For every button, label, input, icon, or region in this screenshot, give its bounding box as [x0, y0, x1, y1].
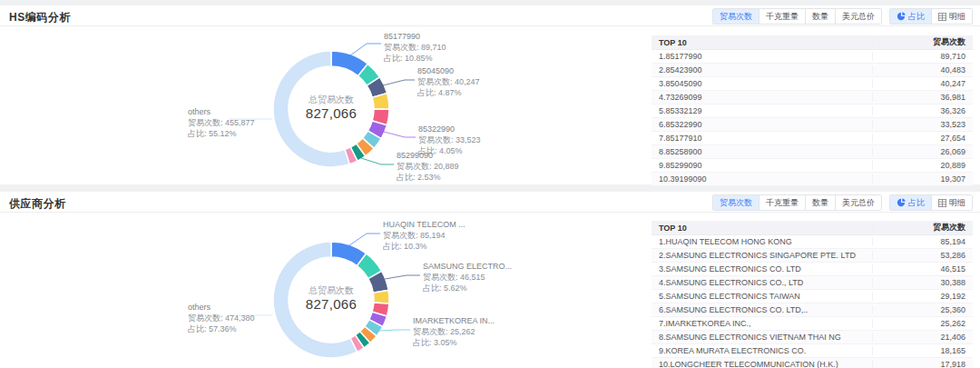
- metric-button-1[interactable]: 贸易次数: [713, 9, 759, 24]
- label-leader-line: [384, 132, 416, 137]
- ratio-view-button[interactable]: 占比: [890, 9, 931, 24]
- label-leader-line: [385, 275, 420, 279]
- table-row: 5.SAMSUNG ELECTRONICS TAIWAN29,192: [652, 290, 973, 303]
- donut-callout: HUAQIN TELECOM ... 贸易次数: 85,194 占比: 10.3…: [383, 219, 466, 252]
- metric-toggle-group: 贸易次数千克重量数量美元总价: [712, 194, 882, 211]
- metric-button-4[interactable]: 美元总价: [835, 9, 881, 24]
- metric-button-3[interactable]: 数量: [805, 195, 835, 210]
- table-row: 1.HUAQIN TELECOM HONG KONG85,194: [652, 235, 973, 249]
- table-row: 9.KOREA MURATA ELECTRONICS CO.18,165: [652, 344, 973, 358]
- table-cell-label: TOP 10: [652, 224, 873, 233]
- table-cell-label: 5.85332129: [652, 106, 873, 115]
- detail-view-button[interactable]: 明细: [931, 195, 972, 210]
- table-cell-value: 贸易次数: [873, 36, 973, 48]
- table-cell-label: 1.85177990: [652, 52, 873, 61]
- donut-center-title: 总贸易次数: [277, 94, 386, 105]
- ratio-view-label: 占比: [908, 196, 925, 209]
- table-cell-value: 21,406: [873, 333, 973, 342]
- donut-chart-suppliers[interactable]: [0, 192, 644, 368]
- label-leader-line: [383, 80, 415, 85]
- panel-hs-code-analysis: HS编码分析 贸易次数千克重量数量美元总价 占比 明细 总: [0, 5, 980, 184]
- table-cell-label: 8.SAMSUNG ELECTRONICS VIETNAM THAI NG: [652, 333, 873, 342]
- toolbar: 贸易次数千克重量数量美元总价 占比 明细: [712, 8, 973, 25]
- table-cell-label: 5.SAMSUNG ELECTRONICS TAIWAN: [652, 292, 873, 301]
- table-header: TOP 10贸易次数: [652, 221, 973, 235]
- ratio-view-button[interactable]: 占比: [890, 195, 931, 210]
- donut-center-value: 827,066: [277, 105, 386, 122]
- table-row: 8.8525890026,069: [652, 145, 973, 159]
- pie-chart-icon: [897, 12, 906, 21]
- detail-view-label: 明细: [949, 196, 965, 209]
- table-cell-value: 29,192: [873, 292, 973, 301]
- table-row: 3.SAMSUNG ELECTRONICS CO. LTD46,515: [652, 263, 973, 276]
- panel-supplier-analysis: 供应商分析 贸易次数千克重量数量美元总价 占比 明细 总贸: [0, 192, 980, 368]
- metric-button-4[interactable]: 美元总价: [835, 195, 881, 210]
- metric-button-2[interactable]: 千克重量: [759, 195, 805, 210]
- table-cell-value: 30,388: [873, 278, 973, 287]
- panel-title: 供应商分析: [9, 196, 66, 212]
- table-cell-value: 33,523: [873, 120, 973, 129]
- table-cell-value: 19,307: [873, 174, 973, 184]
- table-row: 10.LONGCHEER TELECOMMUNICATION (H.K.)17,…: [652, 358, 973, 368]
- panel-header: HS编码分析 贸易次数千克重量数量美元总价 占比 明细: [0, 5, 980, 26]
- table-cell-value: 53,286: [873, 251, 973, 260]
- table-cell-label: 6.85322990: [652, 120, 873, 129]
- label-leader-line: [379, 330, 410, 331]
- view-toggle-group: 占比 明细: [889, 8, 973, 25]
- table-cell-label: 4.SAMSUNG ELECTRONICS CO., LTD: [652, 278, 873, 287]
- table-cell-value: 25,360: [873, 305, 973, 314]
- detail-view-label: 明细: [949, 10, 965, 23]
- table-cell-label: 6.SAMSUNG ELECTRONICS CO. LTD,..: [652, 305, 873, 314]
- table-cell-label: 7.IMARKETKOREA INC.,: [652, 319, 873, 328]
- detail-view-button[interactable]: 明细: [931, 9, 972, 24]
- table-cell-label: 4.73269099: [652, 93, 873, 102]
- donut-callout: SAMSUNG ELECTRO... 贸易次数: 46,515 占比: 5.62…: [423, 261, 512, 293]
- donut-callout-others: others 贸易次数: 474,380 占比: 57.36%: [188, 302, 255, 334]
- table-cell-value: 89,710: [873, 52, 973, 61]
- donut-callout: IMARKETKOREA IN... 贸易次数: 25,262 占比: 3.05…: [413, 315, 495, 348]
- metric-button-1[interactable]: 贸易次数: [713, 195, 759, 210]
- table-row: 8.SAMSUNG ELECTRONICS VIETNAM THAI NG21,…: [652, 331, 973, 344]
- table-cell-label: 2.85423900: [652, 65, 873, 75]
- view-toggle-group: 占比 明细: [889, 194, 973, 211]
- table-row: 2.8542390040,483: [652, 64, 973, 77]
- table-row: 6.8532299033,523: [652, 118, 973, 132]
- label-leader-line: [361, 158, 394, 164]
- table-cell-value: 18,165: [873, 346, 973, 355]
- toolbar: 贸易次数千克重量数量美元总价 占比 明细: [712, 194, 973, 211]
- table-cell-value: 20,889: [873, 161, 973, 170]
- donut-center-label: 总贸易次数 827,066: [277, 94, 386, 122]
- table-cell-label: 9.85299090: [652, 161, 873, 170]
- table-row: 7.IMARKETKOREA INC.,25,262: [652, 317, 973, 331]
- label-leader-line: [350, 44, 381, 55]
- ratio-view-label: 占比: [908, 10, 925, 23]
- table-cell-value: 40,483: [873, 65, 973, 75]
- table-row: 6.SAMSUNG ELECTRONICS CO. LTD,..25,360: [652, 303, 973, 317]
- table-header: TOP 10贸易次数: [652, 35, 973, 50]
- top10-table-suppliers: TOP 10贸易次数1.HUAQIN TELECOM HONG KONG85,1…: [652, 221, 973, 368]
- table-cell-value: 40,247: [873, 79, 973, 88]
- donut-callout: 85045090 贸易次数: 40,247 占比: 4.87%: [417, 65, 480, 98]
- table-cell-value: 36,326: [873, 106, 973, 115]
- metric-button-3[interactable]: 数量: [805, 9, 835, 24]
- table-cell-label: 1.HUAQIN TELECOM HONG KONG: [652, 237, 873, 246]
- table-row: 10.3919909019,307: [652, 173, 973, 186]
- table-cell-label: 7.85177910: [652, 134, 873, 143]
- metric-toggle-group: 贸易次数千克重量数量美元总价: [712, 8, 882, 25]
- table-cell-value: 17,918: [873, 360, 973, 368]
- label-leader-line: [349, 234, 380, 245]
- table-row: 7.8517791027,654: [652, 132, 973, 145]
- donut-center-value: 827,066: [277, 296, 386, 313]
- table-cell-label: 9.KOREA MURATA ELECTRONICS CO.: [652, 346, 873, 355]
- table-row: 1.8517799089,710: [652, 50, 973, 64]
- metric-button-2[interactable]: 千克重量: [759, 9, 805, 24]
- table-row: 4.SAMSUNG ELECTRONICS CO., LTD30,388: [652, 276, 973, 290]
- table-row: 9.8529909020,889: [652, 159, 973, 173]
- donut-center-title: 总贸易次数: [277, 284, 386, 296]
- table-cell-value: 26,069: [873, 147, 973, 156]
- table-cell-label: 10.39199090: [652, 174, 873, 184]
- pie-chart-icon: [897, 198, 906, 207]
- table-cell-value: 46,515: [873, 264, 973, 274]
- donut-callout: 85299090 贸易次数: 20,889 占比: 2.53%: [397, 150, 459, 183]
- panel-header: 供应商分析 贸易次数千克重量数量美元总价 占比 明细: [0, 192, 980, 213]
